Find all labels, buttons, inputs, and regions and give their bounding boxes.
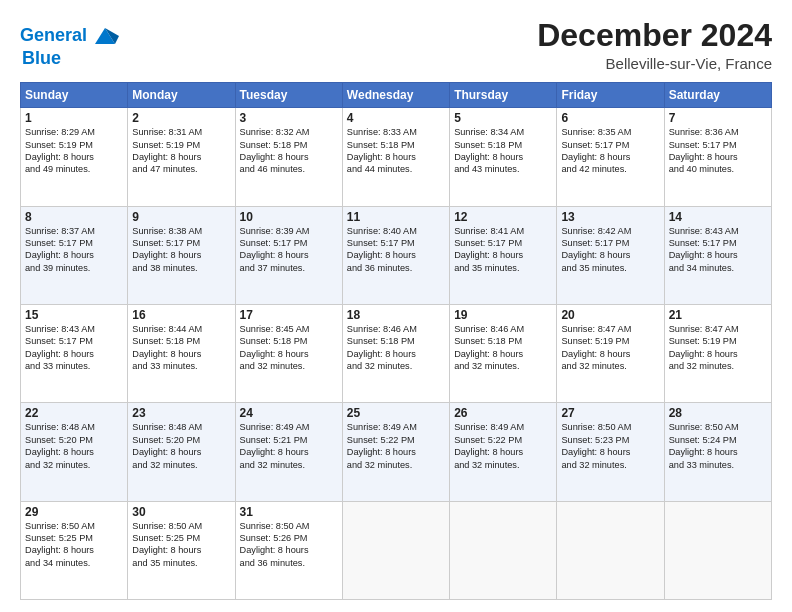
day-detail: Sunset: 5:17 PM (347, 237, 445, 249)
day-number: 31 (240, 505, 338, 519)
logo-icon (91, 22, 119, 50)
calendar-table: Sunday Monday Tuesday Wednesday Thursday… (20, 82, 772, 600)
day-detail: Daylight: 8 hours (132, 446, 230, 458)
day-detail: Sunrise: 8:50 AM (25, 520, 123, 532)
table-row: 11Sunrise: 8:40 AMSunset: 5:17 PMDayligh… (342, 206, 449, 304)
day-detail: Daylight: 8 hours (132, 151, 230, 163)
day-detail: and 32 minutes. (347, 459, 445, 471)
day-detail: Sunset: 5:17 PM (132, 237, 230, 249)
calendar-week-row: 1Sunrise: 8:29 AMSunset: 5:19 PMDaylight… (21, 108, 772, 206)
table-row: 7Sunrise: 8:36 AMSunset: 5:17 PMDaylight… (664, 108, 771, 206)
day-detail: Sunrise: 8:35 AM (561, 126, 659, 138)
day-detail: Sunrise: 8:47 AM (561, 323, 659, 335)
day-detail: Daylight: 8 hours (561, 348, 659, 360)
day-detail: Sunset: 5:18 PM (240, 335, 338, 347)
day-detail: Daylight: 8 hours (25, 544, 123, 556)
day-detail: Daylight: 8 hours (454, 151, 552, 163)
table-row: 26Sunrise: 8:49 AMSunset: 5:22 PMDayligh… (450, 403, 557, 501)
day-detail: Sunset: 5:19 PM (25, 139, 123, 151)
day-number: 26 (454, 406, 552, 420)
day-number: 21 (669, 308, 767, 322)
day-number: 27 (561, 406, 659, 420)
day-detail: Daylight: 8 hours (240, 348, 338, 360)
day-detail: Daylight: 8 hours (347, 446, 445, 458)
day-detail: and 34 minutes. (669, 262, 767, 274)
col-sunday: Sunday (21, 83, 128, 108)
day-detail: Sunrise: 8:50 AM (240, 520, 338, 532)
table-row: 15Sunrise: 8:43 AMSunset: 5:17 PMDayligh… (21, 304, 128, 402)
table-row: 23Sunrise: 8:48 AMSunset: 5:20 PMDayligh… (128, 403, 235, 501)
day-detail: and 40 minutes. (669, 163, 767, 175)
day-detail: and 32 minutes. (347, 360, 445, 372)
header: General Blue December 2024 Belleville-su… (20, 18, 772, 72)
day-detail: Daylight: 8 hours (347, 249, 445, 261)
day-detail: Sunset: 5:17 PM (669, 237, 767, 249)
day-detail: Daylight: 8 hours (669, 151, 767, 163)
day-number: 19 (454, 308, 552, 322)
col-friday: Friday (557, 83, 664, 108)
day-detail: Daylight: 8 hours (669, 348, 767, 360)
day-detail: Sunrise: 8:44 AM (132, 323, 230, 335)
day-detail: and 37 minutes. (240, 262, 338, 274)
table-row: 10Sunrise: 8:39 AMSunset: 5:17 PMDayligh… (235, 206, 342, 304)
day-number: 9 (132, 210, 230, 224)
table-row: 4Sunrise: 8:33 AMSunset: 5:18 PMDaylight… (342, 108, 449, 206)
day-detail: Sunset: 5:18 PM (132, 335, 230, 347)
day-detail: and 36 minutes. (240, 557, 338, 569)
table-row: 3Sunrise: 8:32 AMSunset: 5:18 PMDaylight… (235, 108, 342, 206)
table-row: 20Sunrise: 8:47 AMSunset: 5:19 PMDayligh… (557, 304, 664, 402)
day-detail: and 32 minutes. (669, 360, 767, 372)
day-detail: Sunrise: 8:50 AM (132, 520, 230, 532)
table-row: 2Sunrise: 8:31 AMSunset: 5:19 PMDaylight… (128, 108, 235, 206)
day-detail: and 32 minutes. (454, 459, 552, 471)
day-detail: Daylight: 8 hours (669, 249, 767, 261)
day-detail: Sunset: 5:20 PM (132, 434, 230, 446)
day-detail: Sunrise: 8:39 AM (240, 225, 338, 237)
day-number: 14 (669, 210, 767, 224)
table-row: 13Sunrise: 8:42 AMSunset: 5:17 PMDayligh… (557, 206, 664, 304)
table-row: 21Sunrise: 8:47 AMSunset: 5:19 PMDayligh… (664, 304, 771, 402)
day-number: 24 (240, 406, 338, 420)
day-detail: Daylight: 8 hours (240, 544, 338, 556)
day-detail: Daylight: 8 hours (240, 151, 338, 163)
day-detail: Sunrise: 8:43 AM (669, 225, 767, 237)
day-number: 30 (132, 505, 230, 519)
day-detail: Daylight: 8 hours (25, 249, 123, 261)
table-row: 9Sunrise: 8:38 AMSunset: 5:17 PMDaylight… (128, 206, 235, 304)
day-detail: Sunrise: 8:45 AM (240, 323, 338, 335)
day-detail: Daylight: 8 hours (347, 151, 445, 163)
day-detail: Sunrise: 8:46 AM (347, 323, 445, 335)
day-detail: Daylight: 8 hours (561, 446, 659, 458)
calendar-week-row: 8Sunrise: 8:37 AMSunset: 5:17 PMDaylight… (21, 206, 772, 304)
day-number: 12 (454, 210, 552, 224)
day-detail: and 32 minutes. (25, 459, 123, 471)
day-detail: Daylight: 8 hours (561, 151, 659, 163)
day-detail: and 33 minutes. (25, 360, 123, 372)
day-detail: Sunset: 5:22 PM (454, 434, 552, 446)
day-detail: Daylight: 8 hours (669, 446, 767, 458)
day-number: 29 (25, 505, 123, 519)
table-row: 1Sunrise: 8:29 AMSunset: 5:19 PMDaylight… (21, 108, 128, 206)
day-number: 15 (25, 308, 123, 322)
table-row: 6Sunrise: 8:35 AMSunset: 5:17 PMDaylight… (557, 108, 664, 206)
day-detail: and 36 minutes. (347, 262, 445, 274)
day-detail: Sunrise: 8:40 AM (347, 225, 445, 237)
day-detail: Sunset: 5:23 PM (561, 434, 659, 446)
day-detail: and 33 minutes. (132, 360, 230, 372)
table-row: 8Sunrise: 8:37 AMSunset: 5:17 PMDaylight… (21, 206, 128, 304)
day-detail: Sunset: 5:24 PM (669, 434, 767, 446)
table-row: 31Sunrise: 8:50 AMSunset: 5:26 PMDayligh… (235, 501, 342, 599)
day-detail: Sunset: 5:17 PM (240, 237, 338, 249)
day-detail: Sunset: 5:18 PM (454, 335, 552, 347)
day-number: 2 (132, 111, 230, 125)
day-detail: and 32 minutes. (240, 360, 338, 372)
day-detail: and 43 minutes. (454, 163, 552, 175)
day-detail: Sunset: 5:19 PM (669, 335, 767, 347)
calendar-week-row: 15Sunrise: 8:43 AMSunset: 5:17 PMDayligh… (21, 304, 772, 402)
day-detail: Daylight: 8 hours (25, 446, 123, 458)
day-detail: and 33 minutes. (669, 459, 767, 471)
table-row: 14Sunrise: 8:43 AMSunset: 5:17 PMDayligh… (664, 206, 771, 304)
day-detail: Daylight: 8 hours (240, 249, 338, 261)
day-detail: Sunrise: 8:38 AM (132, 225, 230, 237)
day-detail: Sunrise: 8:49 AM (454, 421, 552, 433)
